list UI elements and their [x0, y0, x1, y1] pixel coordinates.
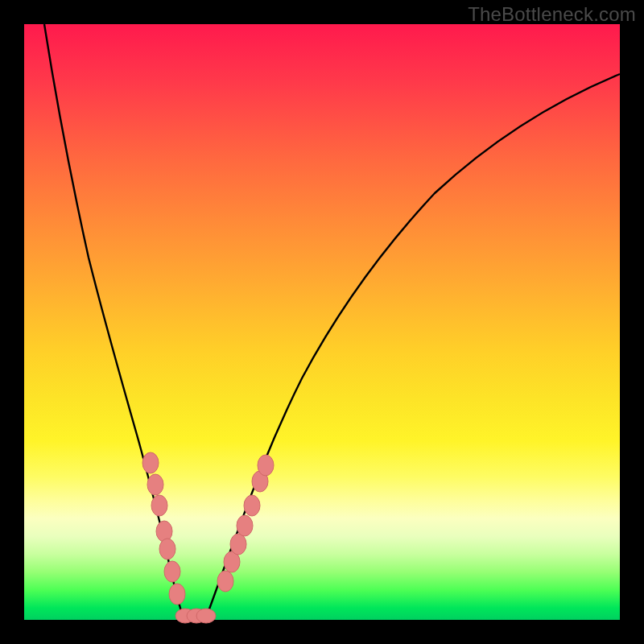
marker-blob	[164, 561, 180, 582]
bottleneck-curve	[44, 24, 620, 618]
marker-blob	[230, 534, 246, 555]
marker-group-left	[142, 452, 185, 605]
watermark-text: TheBottleneck.com	[468, 3, 636, 26]
marker-blob	[151, 495, 167, 516]
plot-area	[24, 24, 620, 620]
marker-group-right	[217, 455, 274, 592]
marker-blob	[196, 609, 216, 623]
marker-group-bottom	[175, 609, 216, 623]
marker-blob	[217, 571, 233, 592]
marker-blob	[147, 474, 163, 495]
marker-blob	[244, 495, 260, 516]
marker-blob	[169, 584, 185, 605]
marker-blob	[159, 539, 175, 559]
bottleneck-curve-svg	[24, 24, 620, 620]
marker-blob	[258, 455, 274, 476]
marker-blob	[237, 515, 253, 536]
marker-blob	[142, 452, 159, 473]
chart-frame: TheBottleneck.com	[0, 0, 644, 644]
